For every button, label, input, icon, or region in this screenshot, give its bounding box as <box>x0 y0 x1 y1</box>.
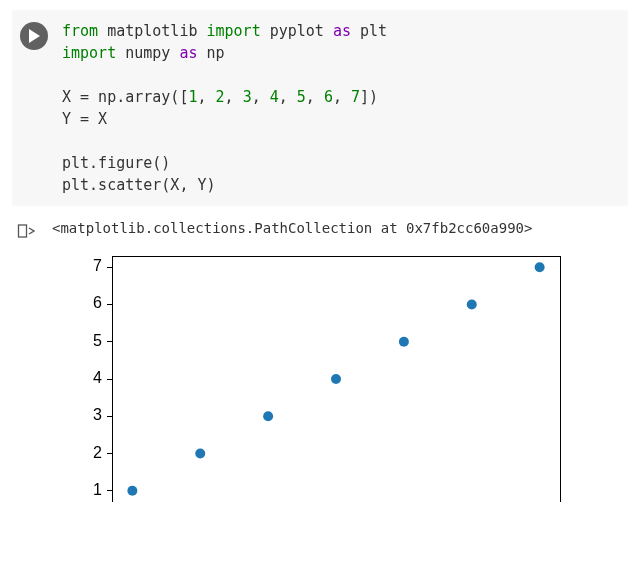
scatter-chart: 1234567 <box>52 242 628 502</box>
y-tick-label: 7 <box>93 257 102 274</box>
y-tick-label: 5 <box>93 332 102 349</box>
y-tick-label: 6 <box>93 294 102 311</box>
output-gutter[interactable] <box>12 220 40 240</box>
output-cell: <matplotlib.collections.PathCollection a… <box>12 220 628 502</box>
y-tick-label: 3 <box>93 406 102 423</box>
notebook-root: from matplotlib import pyplot as pltimpo… <box>0 0 640 562</box>
data-point <box>195 449 205 459</box>
svg-marker-0 <box>29 29 40 43</box>
play-icon <box>28 29 40 43</box>
data-point <box>331 374 341 384</box>
code-cell: from matplotlib import pyplot as pltimpo… <box>12 10 628 206</box>
y-tick-label: 4 <box>93 369 102 386</box>
output-body: <matplotlib.collections.PathCollection a… <box>40 220 628 502</box>
data-point <box>127 486 137 496</box>
code-editor[interactable]: from matplotlib import pyplot as pltimpo… <box>48 20 620 196</box>
y-tick-label: 1 <box>93 481 102 498</box>
data-point <box>535 262 545 272</box>
data-point <box>467 299 477 309</box>
data-point <box>399 337 409 347</box>
svg-rect-1 <box>19 225 27 237</box>
output-toggle-icon <box>17 222 35 240</box>
data-point <box>263 411 273 421</box>
output-repr: <matplotlib.collections.PathCollection a… <box>52 220 628 236</box>
run-button[interactable] <box>20 22 48 50</box>
y-tick-label: 2 <box>93 444 102 461</box>
scatter-series <box>127 262 544 496</box>
